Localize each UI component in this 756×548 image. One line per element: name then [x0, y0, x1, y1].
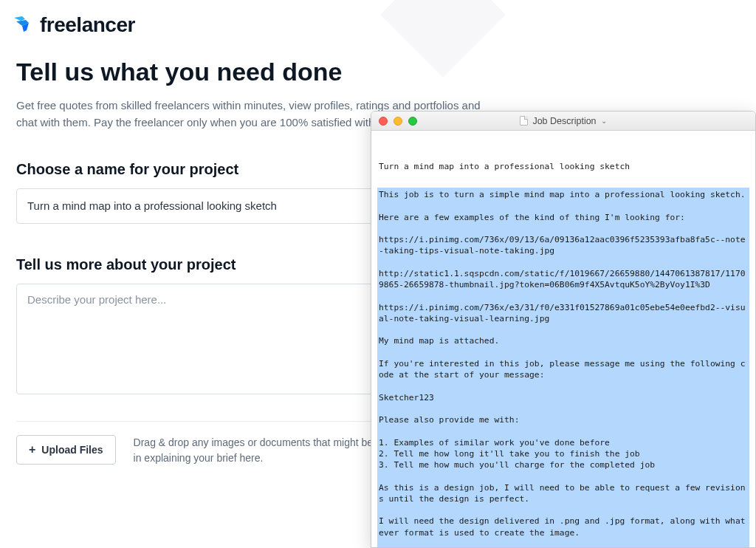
editor-line-unselected[interactable]: Turn a mind map into a professional look…: [377, 160, 749, 174]
document-icon: [520, 116, 528, 126]
chevron-down-icon: ⌄: [601, 117, 607, 125]
plus-icon: +: [29, 443, 35, 456]
upload-button-label: Upload Files: [41, 444, 103, 456]
texteditor-window: Job Description ⌄ Turn a mind map into a…: [371, 111, 756, 548]
window-titlebar[interactable]: Job Description ⌄: [371, 112, 755, 131]
close-icon[interactable]: [379, 117, 388, 126]
editor-body[interactable]: Turn a mind map into a professional look…: [371, 131, 755, 547]
window-title: Job Description ⌄: [371, 116, 755, 126]
bird-icon: [13, 16, 35, 35]
editor-content[interactable]: Turn a mind map into a professional look…: [377, 137, 749, 547]
window-title-text: Job Description: [532, 116, 596, 126]
editor-blank-line[interactable]: [377, 174, 749, 188]
logo-text: freelancer: [40, 13, 135, 37]
editor-selected-text[interactable]: This job is to turn a simple mind map in…: [377, 188, 749, 547]
upload-files-button[interactable]: + Upload Files: [16, 435, 116, 465]
traffic-lights: [371, 117, 417, 126]
minimize-icon[interactable]: [394, 117, 402, 126]
site-header: freelancer: [0, 0, 756, 37]
logo[interactable]: freelancer: [13, 13, 135, 37]
maximize-icon[interactable]: [408, 117, 417, 126]
